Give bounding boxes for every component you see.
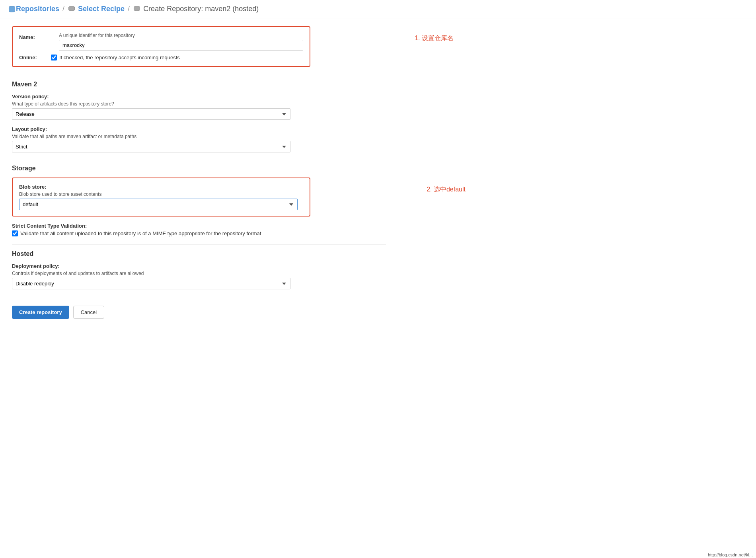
create-repository-button[interactable]: Create repository bbox=[12, 306, 69, 319]
create-repo-icon bbox=[133, 5, 141, 13]
blob-store-label: Blob store: bbox=[19, 184, 303, 190]
name-hint: A unique identifier for this repository bbox=[59, 33, 303, 38]
blob-store-hint: Blob store used to store asset contents bbox=[19, 191, 303, 197]
deployment-policy-hint: Controls if deployments of and updates t… bbox=[12, 271, 386, 276]
version-policy-label: Version policy: bbox=[12, 94, 386, 100]
strict-content-label: Strict Content Type Validation: bbox=[12, 223, 310, 229]
version-policy-block: Version policy: What type of artifacts d… bbox=[12, 94, 386, 120]
layout-policy-hint: Validate that all paths are maven artifa… bbox=[12, 134, 386, 139]
hosted-section-heading: Hosted bbox=[12, 244, 386, 258]
deployment-policy-select[interactable]: Disable redeploy Allow redeploy Read-onl… bbox=[12, 278, 290, 289]
repositories-link[interactable]: Repositories bbox=[16, 5, 59, 13]
name-row: Name: A unique identifier for this repos… bbox=[19, 33, 303, 51]
name-label: Name: bbox=[19, 33, 59, 40]
layout-policy-label: Layout policy: bbox=[12, 126, 386, 132]
version-policy-hint: What type of artifacts does this reposit… bbox=[12, 101, 386, 107]
create-repo-breadcrumb: Create Repository: maven2 (hosted) bbox=[133, 5, 259, 13]
annotation2: 2. 选中default bbox=[427, 185, 466, 194]
repositories-icon bbox=[8, 5, 16, 13]
main-content: Name: A unique identifier for this repos… bbox=[0, 18, 398, 327]
strict-content-checkbox-row: Validate that all content uploaded to th… bbox=[12, 230, 310, 236]
name-online-box: Name: A unique identifier for this repos… bbox=[12, 26, 310, 67]
cancel-button[interactable]: Cancel bbox=[73, 306, 104, 319]
deployment-policy-block: Deployment policy: Controls if deploymen… bbox=[12, 263, 386, 289]
online-label: Online: bbox=[19, 55, 51, 60]
strict-content-block: Strict Content Type Validation: Validate… bbox=[12, 223, 310, 236]
storage-section-heading: Storage bbox=[12, 159, 386, 172]
layout-policy-block: Layout policy: Validate that all paths a… bbox=[12, 126, 386, 152]
select-recipe-label: Select Recipe bbox=[78, 5, 125, 13]
select-recipe-icon bbox=[68, 5, 76, 13]
strict-content-hint: Validate that all content uploaded to th… bbox=[20, 230, 261, 236]
strict-content-checkbox[interactable] bbox=[12, 230, 18, 236]
blob-store-select[interactable]: default bbox=[19, 199, 298, 210]
header: Repositories / Select Recipe / Create Re… bbox=[0, 0, 756, 18]
version-policy-select[interactable]: Release Snapshot Mixed bbox=[12, 108, 290, 120]
name-input[interactable] bbox=[59, 40, 303, 51]
annotation1: 1. 设置仓库名 bbox=[415, 34, 454, 43]
online-checkbox-row: If checked, the repository accepts incom… bbox=[51, 55, 180, 60]
select-recipe-link[interactable]: Select Recipe bbox=[68, 5, 125, 13]
online-row: Online: If checked, the repository accep… bbox=[19, 55, 303, 60]
deployment-policy-label: Deployment policy: bbox=[12, 263, 386, 269]
layout-policy-select[interactable]: Strict Permissive bbox=[12, 141, 290, 152]
maven2-section-heading: Maven 2 bbox=[12, 75, 386, 88]
footer-buttons: Create repository Cancel bbox=[12, 299, 386, 319]
online-checkbox[interactable] bbox=[51, 55, 57, 60]
breadcrumb-sep2: / bbox=[128, 5, 130, 13]
name-content: A unique identifier for this repository bbox=[59, 33, 303, 51]
online-hint: If checked, the repository accepts incom… bbox=[59, 55, 180, 60]
breadcrumb: Repositories / Select Recipe / Create Re… bbox=[16, 5, 259, 13]
blob-store-box: Blob store: Blob store used to store ass… bbox=[12, 178, 310, 217]
create-repo-label: Create Repository: maven2 (hosted) bbox=[143, 5, 259, 13]
repositories-label: Repositories bbox=[16, 5, 59, 13]
breadcrumb-sep1: / bbox=[62, 5, 64, 13]
